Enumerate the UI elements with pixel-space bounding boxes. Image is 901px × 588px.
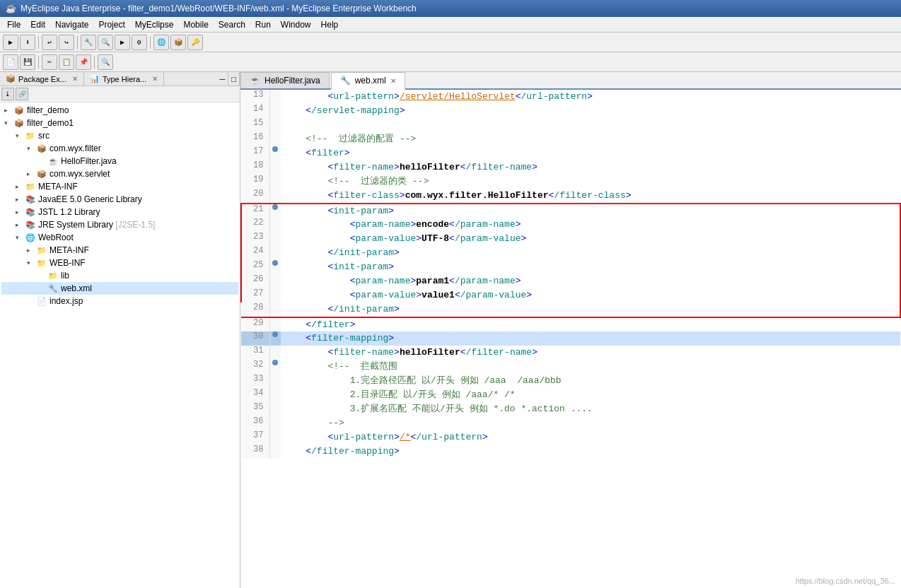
tree-item[interactable]: 📁lib bbox=[1, 269, 238, 282]
line-marker bbox=[269, 402, 281, 416]
sidebar-tabs: 📦 Package Ex... ✕ 📊 Type Hiera... ✕ ─ □ bbox=[0, 72, 240, 86]
toolbar2-btn-4[interactable]: 📋 bbox=[59, 54, 74, 70]
editor-tab-hellofilter[interactable]: ☕ HelloFilter.java bbox=[240, 72, 330, 88]
toolbar-btn-5[interactable]: 🔧 bbox=[81, 35, 96, 50]
tree-item[interactable]: ▸📁META-INF bbox=[1, 244, 238, 257]
toolbar-btn-6[interactable]: 🔍 bbox=[98, 35, 113, 50]
webxml-tab-close[interactable]: ✕ bbox=[390, 77, 396, 85]
menu-item-file[interactable]: File bbox=[3, 18, 25, 31]
expand-icon[interactable]: ▸ bbox=[4, 107, 11, 114]
toolbar2-btn-2[interactable]: 💾 bbox=[20, 54, 35, 70]
tree-item[interactable]: ▸📦filter_demo bbox=[1, 104, 238, 117]
collapse-marker[interactable] bbox=[272, 204, 278, 210]
sidebar-minimize[interactable]: ─ bbox=[217, 72, 229, 86]
toolbar2-btn-1[interactable]: 📄 bbox=[3, 54, 18, 70]
package-tab-close[interactable]: ✕ bbox=[72, 75, 78, 83]
expand-icon[interactable]: ▾ bbox=[16, 234, 23, 241]
line-number: 31 bbox=[241, 346, 269, 360]
line-number: 16 bbox=[241, 132, 269, 146]
menu-item-window[interactable]: Window bbox=[277, 18, 315, 31]
expand-icon[interactable]: ▸ bbox=[16, 196, 23, 203]
code-segment: < bbox=[460, 162, 466, 172]
expand-icon[interactable]: ▾ bbox=[27, 145, 34, 152]
code-segment: param-value bbox=[355, 290, 416, 300]
editor-tab-webxml[interactable]: 🔧 web.xml ✕ bbox=[331, 72, 405, 90]
code-segment: /filter bbox=[311, 319, 350, 330]
toolbar-btn-10[interactable]: 📦 bbox=[170, 35, 186, 50]
line-marker bbox=[269, 160, 281, 175]
link-btn[interactable]: 🔗 bbox=[16, 88, 28, 100]
menu-item-navigate[interactable]: Navigate bbox=[51, 18, 93, 31]
code-line-31: 31 <filter-name>helloFilter</filter-name… bbox=[241, 346, 900, 360]
hierarchy-tab-close[interactable]: ✕ bbox=[152, 75, 158, 83]
expand-icon[interactable]: ▸ bbox=[16, 183, 23, 190]
toolbar-btn-4[interactable]: ↪ bbox=[59, 35, 74, 50]
expand-icon[interactable]: ▸ bbox=[16, 208, 23, 216]
tree-item[interactable]: ▾📁WEB-INF bbox=[1, 257, 238, 269]
tree-item[interactable]: ☕HelloFilter.java bbox=[1, 155, 238, 167]
expand-icon[interactable]: ▾ bbox=[16, 132, 23, 139]
expand-icon[interactable]: ▸ bbox=[16, 221, 23, 228]
tree-item[interactable]: 📄index.jsp bbox=[1, 295, 238, 307]
tree-node-label: filter_demo bbox=[27, 105, 69, 115]
tree-item[interactable]: ▾📦filter_demo1 bbox=[1, 117, 238, 129]
line-marker bbox=[269, 302, 281, 317]
tree-item[interactable]: ▸📁META-INF bbox=[1, 180, 238, 193]
toolbar2-btn-5[interactable]: 📌 bbox=[76, 54, 91, 70]
menu-item-mobile[interactable]: Mobile bbox=[179, 18, 212, 31]
tree-item[interactable]: ▸📚JavaEE 5.0 Generic Library bbox=[1, 193, 238, 206]
line-content: <filter> bbox=[281, 146, 900, 160]
menu-item-help[interactable]: Help bbox=[317, 18, 343, 31]
code-segment bbox=[284, 91, 327, 102]
tree-item[interactable]: ▸📦com.wyx.servlet bbox=[1, 167, 238, 180]
toolbar2-btn-3[interactable]: ✂ bbox=[42, 54, 57, 70]
toolbar-btn-11[interactable]: 🔑 bbox=[187, 35, 203, 50]
toolbar-btn-8[interactable]: ⚙ bbox=[132, 35, 147, 50]
code-segment: /* bbox=[400, 432, 411, 442]
tree-node-label: HelloFilter.java bbox=[61, 156, 117, 166]
code-line-38: 38 </filter-mapping> bbox=[241, 445, 900, 459]
toolbar-btn-1[interactable]: ▶ bbox=[3, 35, 18, 50]
toolbar2-btn-6[interactable]: 🔍 bbox=[98, 54, 113, 70]
toolbar-btn-3[interactable]: ↩ bbox=[42, 35, 57, 50]
tree-item[interactable]: ▾📦com.wyx.filter bbox=[1, 142, 238, 155]
code-line-18: 18 <filter-name>helloFilter</filter-name… bbox=[241, 160, 900, 175]
sidebar-maximize[interactable]: □ bbox=[228, 72, 240, 86]
toolbar-sep-1 bbox=[38, 36, 39, 49]
expand-icon[interactable]: ▸ bbox=[27, 170, 34, 177]
code-line-23: 23 <param-value>UTF-8</param-value> bbox=[241, 232, 900, 246]
collapse-marker[interactable] bbox=[272, 146, 278, 152]
expand-icon[interactable]: ▾ bbox=[4, 119, 11, 127]
collapse-marker[interactable] bbox=[272, 331, 278, 337]
toolbar-btn-9[interactable]: 🌐 bbox=[153, 35, 169, 50]
tree-item[interactable]: ▾📁src bbox=[1, 129, 238, 142]
sidebar-tab-package[interactable]: 📦 Package Ex... ✕ bbox=[0, 72, 84, 86]
menu-item-project[interactable]: Project bbox=[94, 18, 129, 31]
tree-node-label: META-INF bbox=[38, 182, 78, 192]
menu-item-edit[interactable]: Edit bbox=[26, 18, 50, 31]
collapse-marker[interactable] bbox=[272, 260, 278, 266]
code-segment: filter-class bbox=[333, 190, 400, 201]
code-editor[interactable]: 13 <url-pattern>/servlet/HelloServlet</u… bbox=[240, 90, 901, 588]
menu-item-search[interactable]: Search bbox=[214, 18, 250, 31]
tree-item[interactable]: ▸📚JRE System Library [J2SE-1.5] bbox=[1, 218, 238, 231]
tree-node-icon: 🌐 bbox=[25, 232, 36, 243]
code-segment bbox=[284, 247, 327, 258]
tree-item[interactable]: 🔧web.xml bbox=[1, 282, 238, 295]
code-segment: /param-value bbox=[460, 290, 527, 300]
collapse-marker[interactable] bbox=[272, 360, 278, 365]
project-tree[interactable]: ▸📦filter_demo▾📦filter_demo1▾📁src▾📦com.wy… bbox=[0, 102, 240, 588]
tree-item[interactable]: ▸📚JSTL 1.2 Library bbox=[1, 206, 238, 218]
line-content: <init-param> bbox=[281, 260, 900, 274]
sidebar-tab-hierarchy[interactable]: 📊 Type Hiera... ✕ bbox=[84, 72, 164, 86]
tree-item[interactable]: ▾🌐WebRoot bbox=[1, 231, 238, 244]
expand-icon[interactable]: ▾ bbox=[27, 259, 34, 266]
code-segment: <!-- bbox=[327, 176, 355, 187]
collapse-all-btn[interactable]: ⤓ bbox=[1, 88, 14, 100]
toolbar-btn-7[interactable]: ▶ bbox=[115, 35, 130, 50]
expand-icon[interactable]: ▸ bbox=[27, 247, 34, 254]
menu-item-myeclipse[interactable]: MyEclipse bbox=[131, 18, 178, 31]
toolbar-btn-2[interactable]: ⬇ bbox=[20, 35, 35, 50]
menu-item-run[interactable]: Run bbox=[251, 18, 275, 31]
code-segment: /filter-name bbox=[466, 347, 533, 358]
